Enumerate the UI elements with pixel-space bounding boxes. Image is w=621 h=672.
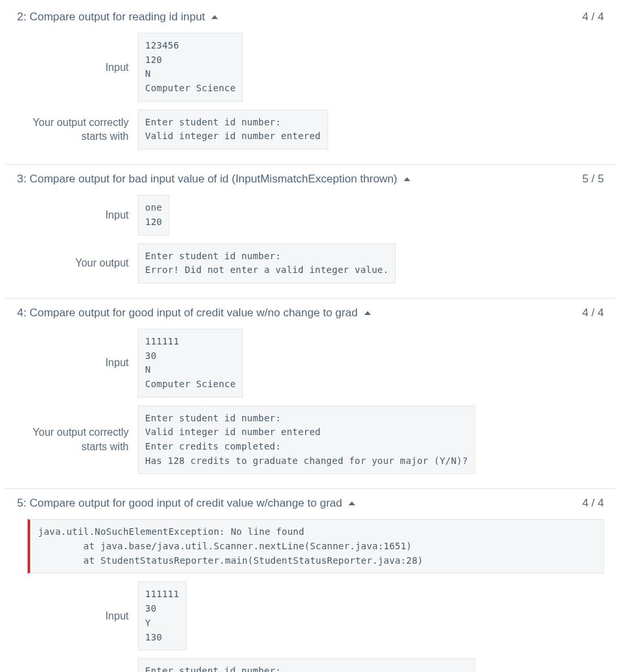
io-label: Input: [17, 609, 129, 623]
io-row: Your output correctly starts withEnter s…: [17, 110, 604, 150]
io-row: Your outputEnter student id number: Erro…: [17, 243, 604, 284]
test-header: 4: Compare output for good input of cred…: [17, 306, 604, 320]
test-title: 2: Compare output for reading id input: [17, 10, 205, 24]
io-content: 111111 30 N Computer Science: [138, 329, 243, 398]
test-block: 5: Compare output for good input of cred…: [5, 492, 616, 672]
io-label: Your output correctly starts with: [17, 116, 129, 144]
test-block: 3: Compare output for bad input value of…: [5, 167, 616, 299]
test-score: 4 / 4: [582, 10, 604, 24]
test-block: 4: Compare output for good input of cred…: [5, 301, 616, 490]
io-content: Enter student id number: Valid integer i…: [138, 110, 328, 150]
io-row: Input111111 30 N Computer Science: [17, 329, 604, 398]
io-label: Your output correctly starts with: [17, 425, 129, 453]
test-title: 5: Compare output for good input of cred…: [17, 497, 342, 510]
io-row: Inputone 120: [17, 195, 604, 235]
test-title-toggle[interactable]: 3: Compare output for bad input value of…: [17, 173, 410, 186]
chevron-up-icon: [364, 311, 371, 315]
io-content: Enter student id number: Valid integer i…: [138, 406, 475, 474]
test-score: 5 / 5: [582, 173, 604, 186]
io-row: Input111111 30 Y 130: [17, 581, 604, 650]
io-content: one 120: [138, 195, 169, 235]
test-header: 5: Compare output for good input of cred…: [17, 497, 604, 510]
chevron-up-icon: [349, 501, 355, 505]
io-label: Input: [17, 208, 129, 222]
chevron-up-icon: [404, 177, 410, 181]
io-row: Your output correctly starts withEnter s…: [17, 658, 604, 672]
test-header: 2: Compare output for reading id input4 …: [17, 10, 604, 24]
test-score: 4 / 4: [582, 497, 604, 510]
test-title: 3: Compare output for bad input value of…: [17, 173, 397, 186]
test-title: 4: Compare output for good input of cred…: [17, 306, 358, 320]
io-label: Input: [17, 60, 129, 75]
error-trace: java.util.NoSuchElementException: No lin…: [28, 519, 604, 574]
io-row: Your output correctly starts withEnter s…: [17, 406, 604, 474]
test-score: 4 / 4: [582, 306, 604, 320]
io-content: 111111 30 Y 130: [138, 581, 186, 650]
chevron-up-icon: [211, 15, 218, 19]
io-row: Input123456 120 N Computer Science: [17, 33, 604, 102]
io-label: Your output: [17, 256, 129, 270]
io-label: Input: [17, 356, 129, 370]
test-block: 2: Compare output for reading id input4 …: [5, 5, 616, 165]
io-content: Enter student id number: Error! Did not …: [138, 243, 396, 284]
test-title-toggle[interactable]: 5: Compare output for good input of cred…: [17, 497, 355, 510]
test-header: 3: Compare output for bad input value of…: [17, 173, 604, 186]
io-content: 123456 120 N Computer Science: [138, 33, 243, 102]
test-title-toggle[interactable]: 2: Compare output for reading id input: [17, 10, 218, 24]
test-results-container: 2: Compare output for reading id input4 …: [5, 5, 616, 672]
io-content: Enter student id number: Valid integer i…: [138, 658, 475, 672]
test-title-toggle[interactable]: 4: Compare output for good input of cred…: [17, 306, 371, 320]
